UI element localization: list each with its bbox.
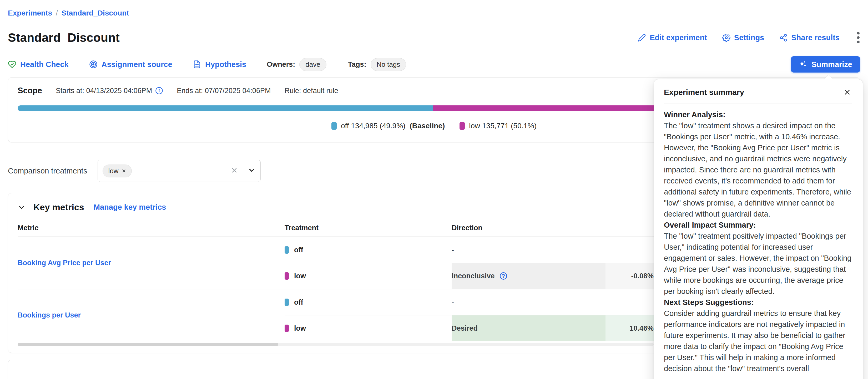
key-metrics-title: Key metrics <box>33 202 84 212</box>
treatment-cell: off <box>285 289 452 315</box>
tags-pill: No tags <box>371 58 406 71</box>
owners-label: Owners: <box>267 61 295 69</box>
direction-cell-inconclusive: Inconclusive <box>452 263 606 289</box>
select-controls <box>231 165 256 177</box>
treatment-swatch <box>285 299 289 306</box>
toolbar-row: Health Check Assignment source Hypothesi… <box>8 56 860 73</box>
gear-icon <box>722 34 731 42</box>
experiment-page: Experiments / Standard_Discount Standard… <box>0 0 868 379</box>
legend-text-low: low 135,771 (50.1%) <box>469 122 536 130</box>
share-results-button[interactable]: Share results <box>779 33 840 42</box>
metric-group: Bookings per User off - <box>18 289 654 341</box>
summary-section-heading: Next Steps Suggestions: <box>664 297 852 308</box>
experiment-summary-panel: Experiment summary Winner Analysis: The … <box>654 79 863 379</box>
page-title: Standard_Discount <box>8 31 120 45</box>
title-row: Standard_Discount Edit experiment Settin… <box>8 31 860 45</box>
value-cell: 10.46% <box>606 315 654 341</box>
question-circle-icon[interactable] <box>499 272 507 280</box>
summary-section-heading: Overall Impact Summary: <box>664 219 852 231</box>
sparkles-icon <box>799 60 807 69</box>
value-cell <box>606 237 654 263</box>
breadcrumb-separator: / <box>56 9 58 18</box>
scrollbar-thumb[interactable] <box>18 343 278 346</box>
owner-pill: dave <box>299 58 326 71</box>
treatment-label: low <box>294 272 306 280</box>
legend-text-off: off 134,985 (49.9%) <box>341 122 405 130</box>
treatment-label: low <box>294 324 306 333</box>
tab-assignment-source-label: Assignment source <box>101 60 172 69</box>
scope-starts: Starts at: 04/13/2025 04:06PM <box>56 87 163 95</box>
settings-button[interactable]: Settings <box>722 33 764 42</box>
heart-check-icon <box>8 60 16 69</box>
summary-section-body: The "low" treatment positively impacted … <box>664 231 852 297</box>
summary-section-body: The "low" treatment shows a desired impa… <box>664 120 852 219</box>
summary-panel-title: Experiment summary <box>664 88 744 97</box>
chevron-down-icon[interactable] <box>248 166 256 175</box>
settings-label: Settings <box>734 33 764 42</box>
column-header-treatment: Treatment <box>285 219 452 237</box>
table-row: Booking Avg Price per User off - <box>18 237 654 263</box>
summary-section-heading: Winner Analysis: <box>664 109 852 120</box>
metric-cell: Booking Avg Price per User <box>18 237 285 289</box>
legend-item-off: off 134,985 (49.9%) (Baseline) <box>332 122 445 130</box>
treatment-label: off <box>294 246 303 254</box>
direction-cell-desired: Desired <box>452 315 606 341</box>
scope-rule: Rule: default rule <box>285 87 338 95</box>
summary-panel-body: Winner Analysis: The "low" treatment sho… <box>664 109 852 374</box>
table-row: Bookings per User off - <box>18 289 654 315</box>
legend-baseline-tag: (Baseline) <box>409 122 445 130</box>
edit-experiment-label: Edit experiment <box>650 33 707 42</box>
edit-experiment-button[interactable]: Edit experiment <box>638 33 707 42</box>
close-icon[interactable] <box>842 87 852 97</box>
treatment-swatch <box>285 246 289 254</box>
scope-title: Scope <box>18 86 42 95</box>
table-header-row: Metric Treatment Direction <box>18 219 654 237</box>
tab-assignment-source[interactable]: Assignment source <box>89 60 172 69</box>
table-horizontal-scrollbar[interactable] <box>18 343 654 346</box>
scope-ends: Ends at: 07/07/2025 04:06PM <box>177 87 271 95</box>
info-icon[interactable] <box>155 87 163 95</box>
column-header-direction: Direction <box>452 219 606 237</box>
header-actions: Edit experiment Settings Share results <box>638 32 860 44</box>
treatment-label: off <box>294 298 303 306</box>
legend-swatch-low <box>460 122 465 130</box>
collapse-chevron-icon[interactable] <box>18 203 26 211</box>
column-header-value <box>606 219 654 237</box>
summarize-button[interactable]: Summarize <box>791 56 860 73</box>
breadcrumb-link-experiments[interactable]: Experiments <box>8 9 52 18</box>
pencil-icon <box>638 34 646 42</box>
select-clear-icon[interactable] <box>231 167 238 175</box>
summary-section-body: Consider adding guardrail metrics to ens… <box>664 308 852 374</box>
kebab-menu-icon[interactable] <box>857 32 860 44</box>
share-results-label: Share results <box>791 33 840 42</box>
value-cell <box>606 289 654 315</box>
treatment-swatch <box>285 324 289 332</box>
value-cell: -0.08% <box>606 263 654 289</box>
select-divider <box>243 165 243 177</box>
summary-panel-header: Experiment summary <box>664 87 852 97</box>
column-header-metric: Metric <box>18 219 285 237</box>
tags-label: Tags: <box>348 61 366 69</box>
tab-health-check[interactable]: Health Check <box>8 60 69 69</box>
metric-cell: Bookings per User <box>18 289 285 341</box>
tags-group: Tags: No tags <box>348 58 406 71</box>
breadcrumb-link-current[interactable]: Standard_Discount <box>62 9 129 18</box>
summarize-label: Summarize <box>811 60 852 69</box>
treatment-swatch <box>285 272 289 280</box>
scope-starts-text: Starts at: 04/13/2025 04:06PM <box>56 87 152 95</box>
comparison-treatments-select[interactable]: low <box>98 160 261 182</box>
treatment-cell: low <box>285 315 452 341</box>
manage-key-metrics-link[interactable]: Manage key metrics <box>94 203 166 212</box>
chip-remove-icon[interactable] <box>122 169 126 173</box>
share-icon <box>779 34 787 42</box>
metric-link[interactable]: Booking Avg Price per User <box>18 259 111 267</box>
tab-health-check-label: Health Check <box>20 60 69 69</box>
tab-hypothesis[interactable]: Hypothesis <box>193 60 246 69</box>
direction-cell: - <box>452 289 606 315</box>
selected-treatment-chip[interactable]: low <box>102 165 132 177</box>
metric-group: Booking Avg Price per User off - <box>18 237 654 289</box>
metric-link[interactable]: Bookings per User <box>18 311 81 319</box>
legend-swatch-off <box>332 122 337 130</box>
key-metrics-table: Metric Treatment Direction Booking Avg P… <box>18 219 654 341</box>
treatment-cell: off <box>285 237 452 263</box>
